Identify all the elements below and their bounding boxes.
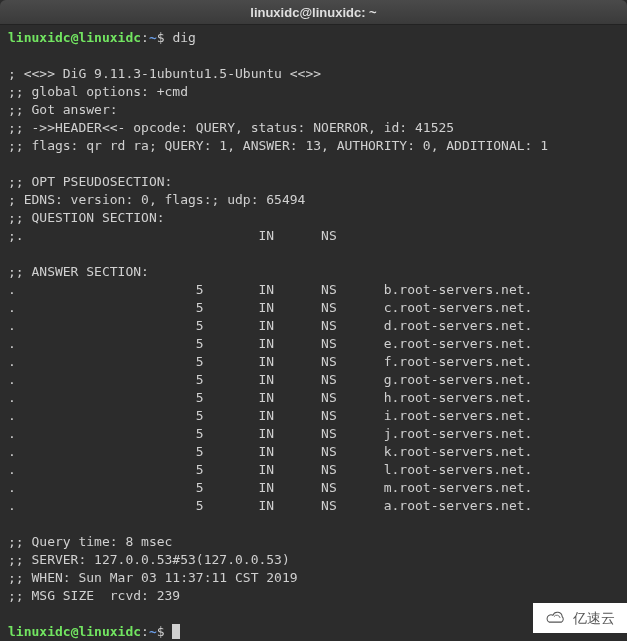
prompt-colon: : [141, 30, 149, 45]
prompt-path: ~ [149, 30, 157, 45]
answer-row: . 5 IN NS e.root-servers.net. [8, 335, 619, 353]
answer-row: . 5 IN NS c.root-servers.net. [8, 299, 619, 317]
cloud-logo-icon [545, 609, 567, 627]
output-line [8, 515, 619, 533]
prompt-path: ~ [149, 624, 157, 639]
cursor [172, 624, 180, 639]
watermark: 亿速云 [533, 603, 627, 633]
output-line: ;; WHEN: Sun Mar 03 11:37:11 CST 2019 [8, 569, 619, 587]
answer-row: . 5 IN NS k.root-servers.net. [8, 443, 619, 461]
output-line: ;; flags: qr rd ra; QUERY: 1, ANSWER: 13… [8, 137, 619, 155]
answer-row: . 5 IN NS d.root-servers.net. [8, 317, 619, 335]
output-line: ;; Query time: 8 msec [8, 533, 619, 551]
answer-row: . 5 IN NS l.root-servers.net. [8, 461, 619, 479]
output-line [8, 155, 619, 173]
terminal-area[interactable]: linuxidc@linuxidc:~$ dig; <<>> DiG 9.11.… [0, 25, 627, 641]
output-line [8, 605, 619, 623]
output-line: ;; QUESTION SECTION: [8, 209, 619, 227]
answer-row: . 5 IN NS b.root-servers.net. [8, 281, 619, 299]
prompt-line-1: linuxidc@linuxidc:~$ dig [8, 29, 619, 47]
output-line: ;; ->>HEADER<<- opcode: QUERY, status: N… [8, 119, 619, 137]
output-line: ;; ANSWER SECTION: [8, 263, 619, 281]
prompt-dollar: $ [157, 30, 173, 45]
watermark-text: 亿速云 [573, 609, 615, 627]
prompt-dollar: $ [157, 624, 173, 639]
output-line: ;; OPT PSEUDOSECTION: [8, 173, 619, 191]
prompt-user: linuxidc [8, 30, 71, 45]
output-line [8, 245, 619, 263]
answer-row: . 5 IN NS j.root-servers.net. [8, 425, 619, 443]
output-line: ;; MSG SIZE rcvd: 239 [8, 587, 619, 605]
window-title: linuxidc@linuxidc: ~ [250, 5, 376, 20]
output-line [8, 47, 619, 65]
output-line: ;; global options: +cmd [8, 83, 619, 101]
answer-row: . 5 IN NS a.root-servers.net. [8, 497, 619, 515]
answer-row: . 5 IN NS h.root-servers.net. [8, 389, 619, 407]
prompt-user: linuxidc [8, 624, 71, 639]
prompt-host: linuxidc [78, 30, 141, 45]
output-line: ; EDNS: version: 0, flags:; udp: 65494 [8, 191, 619, 209]
answer-row: . 5 IN NS f.root-servers.net. [8, 353, 619, 371]
window-titlebar: linuxidc@linuxidc: ~ [0, 0, 627, 25]
answer-row: . 5 IN NS i.root-servers.net. [8, 407, 619, 425]
output-line: ; <<>> DiG 9.11.3-1ubuntu1.5-Ubuntu <<>> [8, 65, 619, 83]
prompt-colon: : [141, 624, 149, 639]
prompt-host: linuxidc [78, 624, 141, 639]
command-typed: dig [172, 30, 195, 45]
output-line: ;; Got answer: [8, 101, 619, 119]
prompt-line-2: linuxidc@linuxidc:~$ [8, 623, 619, 641]
answer-row: . 5 IN NS g.root-servers.net. [8, 371, 619, 389]
answer-row: . 5 IN NS m.root-servers.net. [8, 479, 619, 497]
output-line: ;. IN NS [8, 227, 619, 245]
output-line: ;; SERVER: 127.0.0.53#53(127.0.0.53) [8, 551, 619, 569]
